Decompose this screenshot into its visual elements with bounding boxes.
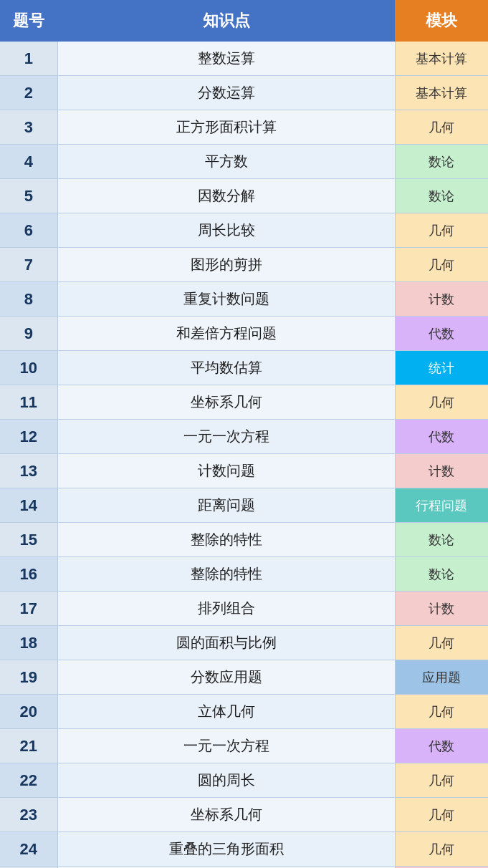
- row-module: 基本计算: [395, 42, 488, 76]
- table-row: 8重复计数问题计数: [0, 282, 488, 317]
- row-module: 代数: [395, 729, 488, 763]
- table-row: 15整除的特性数论: [0, 523, 488, 557]
- row-module: 几何: [395, 626, 488, 660]
- table-row: 10平均数估算统计: [0, 351, 488, 385]
- table-row: 5因数分解数论: [0, 179, 488, 213]
- table-row: 20立体几何几何: [0, 695, 488, 729]
- table-row: 11坐标系几何几何: [0, 385, 488, 420]
- table-row: 24重叠的三角形面积几何: [0, 832, 488, 867]
- row-module: 计数: [395, 592, 488, 626]
- table-row: 13计数问题计数: [0, 454, 488, 488]
- table-row: 12一元一次方程代数: [0, 420, 488, 454]
- row-num: 5: [0, 179, 57, 213]
- row-num: 2: [0, 76, 57, 110]
- row-num: 10: [0, 351, 57, 385]
- row-knowledge: 平方数: [57, 145, 395, 179]
- row-num: 1: [0, 42, 57, 76]
- row-num: 3: [0, 110, 57, 145]
- row-knowledge: 平均数估算: [57, 351, 395, 385]
- table-row: 7图形的剪拼几何: [0, 248, 488, 282]
- header-num: 题号: [0, 0, 57, 42]
- table-row: 3正方形面积计算几何: [0, 110, 488, 145]
- table-row: 18圆的面积与比例几何: [0, 626, 488, 660]
- row-knowledge: 坐标系几何: [57, 798, 395, 832]
- row-module: 几何: [395, 798, 488, 832]
- row-module: 统计: [395, 351, 488, 385]
- row-knowledge: 圆的周长: [57, 763, 395, 798]
- row-knowledge: 排列组合: [57, 592, 395, 626]
- row-knowledge: 坐标系几何: [57, 385, 395, 420]
- row-knowledge: 圆的面积与比例: [57, 626, 395, 660]
- row-num: 16: [0, 557, 57, 592]
- row-num: 24: [0, 832, 57, 867]
- row-module: 几何: [395, 110, 488, 145]
- row-num: 4: [0, 145, 57, 179]
- row-module: 数论: [395, 179, 488, 213]
- header-knowledge: 知识点: [57, 0, 395, 42]
- row-knowledge: 距离问题: [57, 488, 395, 523]
- row-module: 数论: [395, 523, 488, 557]
- row-num: 12: [0, 420, 57, 454]
- row-num: 15: [0, 523, 57, 557]
- row-module: 行程问题: [395, 488, 488, 523]
- row-knowledge: 整除的特性: [57, 557, 395, 592]
- row-module: 计数: [395, 454, 488, 488]
- row-num: 21: [0, 729, 57, 763]
- row-knowledge: 重叠的三角形面积: [57, 832, 395, 867]
- row-knowledge: 分数应用题: [57, 660, 395, 695]
- row-num: 22: [0, 763, 57, 798]
- row-knowledge: 整除的特性: [57, 523, 395, 557]
- row-module: 代数: [395, 317, 488, 351]
- table-row: 16整除的特性数论: [0, 557, 488, 592]
- row-knowledge: 分数运算: [57, 76, 395, 110]
- row-knowledge: 一元一次方程: [57, 420, 395, 454]
- table-row: 6周长比较几何: [0, 213, 488, 248]
- row-knowledge: 正方形面积计算: [57, 110, 395, 145]
- row-knowledge: 立体几何: [57, 695, 395, 729]
- row-num: 19: [0, 660, 57, 695]
- table-row: 21一元一次方程代数: [0, 729, 488, 763]
- row-module: 计数: [395, 282, 488, 317]
- row-knowledge: 周长比较: [57, 213, 395, 248]
- row-num: 8: [0, 282, 57, 317]
- row-num: 6: [0, 213, 57, 248]
- table-row: 17排列组合计数: [0, 592, 488, 626]
- table-row: 2分数运算基本计算: [0, 76, 488, 110]
- row-module: 代数: [395, 420, 488, 454]
- row-num: 17: [0, 592, 57, 626]
- row-knowledge: 整数运算: [57, 42, 395, 76]
- row-module: 基本计算: [395, 76, 488, 110]
- row-num: 14: [0, 488, 57, 523]
- row-num: 13: [0, 454, 57, 488]
- row-module: 几何: [395, 385, 488, 420]
- row-module: 几何: [395, 248, 488, 282]
- row-num: 9: [0, 317, 57, 351]
- row-num: 18: [0, 626, 57, 660]
- table-row: 9和差倍方程问题代数: [0, 317, 488, 351]
- row-num: 7: [0, 248, 57, 282]
- table-row: 22圆的周长几何: [0, 763, 488, 798]
- row-module: 几何: [395, 832, 488, 867]
- row-num: 20: [0, 695, 57, 729]
- table-row: 1整数运算基本计算: [0, 42, 488, 76]
- row-module: 数论: [395, 557, 488, 592]
- main-table: 题号 知识点 模块 1整数运算基本计算2分数运算基本计算3正方形面积计算几何4平…: [0, 0, 488, 868]
- table-row: 4平方数数论: [0, 145, 488, 179]
- header-module: 模块: [395, 0, 488, 42]
- row-module: 应用题: [395, 660, 488, 695]
- table-row: 19分数应用题应用题: [0, 660, 488, 695]
- row-num: 11: [0, 385, 57, 420]
- table-row: 23坐标系几何几何: [0, 798, 488, 832]
- row-knowledge: 因数分解: [57, 179, 395, 213]
- row-knowledge: 计数问题: [57, 454, 395, 488]
- table-row: 14距离问题行程问题: [0, 488, 488, 523]
- row-module: 几何: [395, 695, 488, 729]
- row-knowledge: 和差倍方程问题: [57, 317, 395, 351]
- row-knowledge: 图形的剪拼: [57, 248, 395, 282]
- row-knowledge: 一元一次方程: [57, 729, 395, 763]
- row-num: 23: [0, 798, 57, 832]
- row-module: 几何: [395, 763, 488, 798]
- row-module: 几何: [395, 213, 488, 248]
- row-module: 数论: [395, 145, 488, 179]
- row-knowledge: 重复计数问题: [57, 282, 395, 317]
